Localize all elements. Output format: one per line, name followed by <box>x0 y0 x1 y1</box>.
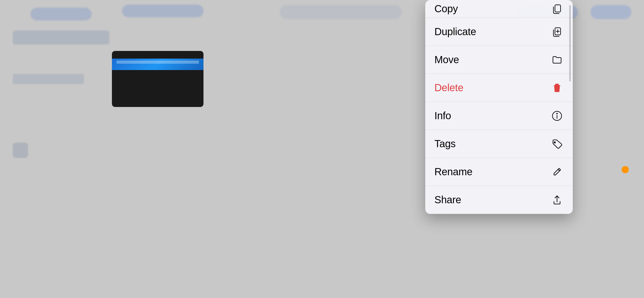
tag-icon <box>550 137 564 151</box>
menu-item-move[interactable]: Move <box>425 46 573 74</box>
menu-item-tags[interactable]: Tags <box>425 130 573 158</box>
move-label: Move <box>434 54 459 65</box>
bg-decoration <box>591 5 631 19</box>
pencil-icon <box>550 165 564 179</box>
delete-label: Delete <box>434 82 463 93</box>
share-label: Share <box>434 194 461 206</box>
tags-label: Tags <box>434 138 456 150</box>
notification-badge <box>622 166 629 173</box>
bg-decoration <box>13 31 109 45</box>
rename-label: Rename <box>434 166 472 178</box>
file-thumbnail <box>112 51 203 107</box>
menu-item-delete[interactable]: Delete <box>425 74 573 102</box>
menu-item-copy-partial[interactable]: Copy <box>425 0 573 18</box>
bg-decoration <box>31 8 92 20</box>
menu-item-info[interactable]: Info <box>425 102 573 130</box>
duplicate-label: Duplicate <box>434 26 476 37</box>
folder-icon <box>550 53 564 66</box>
svg-rect-0 <box>555 5 561 12</box>
duplicate-icon <box>550 25 564 38</box>
card-stripe <box>112 59 203 70</box>
share-icon <box>550 193 564 207</box>
copy-icon <box>550 2 564 16</box>
bg-decoration <box>280 5 402 19</box>
info-label: Info <box>434 110 451 121</box>
card-text-decoration <box>116 61 199 64</box>
context-menu: Copy Duplicate Move Del <box>425 0 573 214</box>
bg-decoration <box>13 143 28 158</box>
svg-point-9 <box>554 142 555 143</box>
menu-item-duplicate[interactable]: Duplicate <box>425 18 573 46</box>
svg-point-8 <box>557 113 558 114</box>
trash-icon <box>550 81 564 94</box>
wallet-card-image <box>112 51 203 107</box>
menu-item-share[interactable]: Share <box>425 186 573 214</box>
info-icon <box>550 109 564 123</box>
menu-item-rename[interactable]: Rename <box>425 158 573 186</box>
scroll-indicator <box>569 5 571 82</box>
bg-decoration <box>122 5 203 17</box>
copy-label: Copy <box>434 3 458 15</box>
bg-decoration <box>13 74 84 84</box>
